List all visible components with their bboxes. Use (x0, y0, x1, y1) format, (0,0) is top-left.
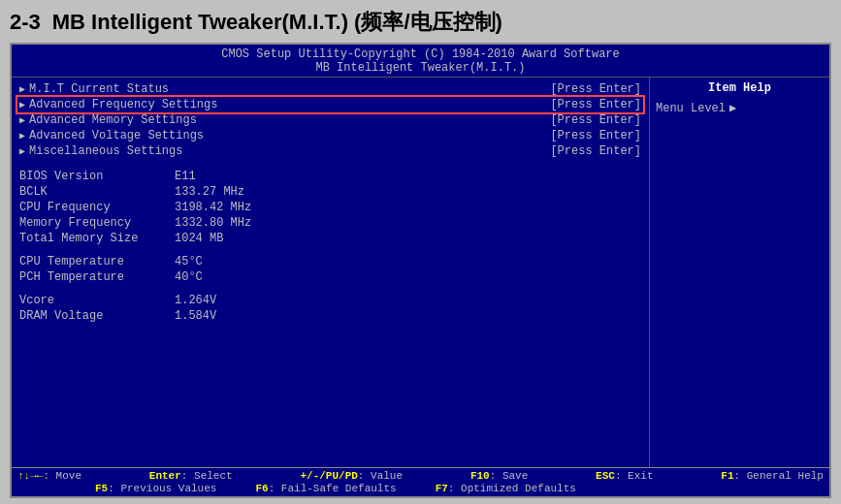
footer2-item-0: F5: Previous Values (95, 483, 216, 494)
info-group1-row-4: Total Memory Size 1024 MB (17, 231, 643, 246)
footer-key-2: +/-/PU/PD (300, 470, 357, 482)
menu-item-0[interactable]: ▶ M.I.T Current Status [Press Enter] (17, 81, 643, 97)
footer1-item-2: +/-/PU/PD: Value (300, 470, 403, 482)
footer-label-0: : Move (43, 470, 81, 482)
menu-item-value-4: [Press Enter] (550, 144, 641, 158)
footer2-label-1: : Fail-Safe Defaults (269, 483, 397, 494)
footer-key-0: ↑↓→← (17, 470, 43, 482)
info-group1-label-1: BCLK (19, 185, 175, 199)
info-group1-label-3: Memory Frequency (19, 216, 175, 230)
bios-sidebar: Item Help Menu Level ▶ (650, 78, 829, 467)
sidebar-content: Menu Level ▶ (656, 101, 824, 115)
sidebar-title: Item Help (656, 81, 824, 95)
menu-item-left-3: ▶ Advanced Voltage Settings (19, 129, 204, 142)
info-group1-label-4: Total Memory Size (19, 232, 175, 245)
footer-row-1: ↑↓→←: MoveEnter: Select+/-/PU/PD: ValueF… (17, 470, 824, 482)
info-group2-row-1: PCH Temperature 40°C (17, 269, 643, 285)
menu-level-arrow: ▶ (729, 101, 736, 115)
footer-label-5: : General Help (734, 470, 824, 482)
page-container: 2-3 MB Intelligent Tweaker(M.I.T.) (频率/电… (0, 0, 841, 504)
info-group3-value-0: 1.264V (175, 294, 641, 307)
info-group1-value-0: E11 (175, 170, 641, 183)
page-title-bar: 2-3 MB Intelligent Tweaker(M.I.T.) (频率/电… (10, 8, 831, 37)
info-group2-value-0: 45°C (175, 255, 641, 268)
bios-main: ▶ M.I.T Current Status [Press Enter] ▶ A… (12, 78, 650, 467)
footer2-key-1: F6 (255, 483, 268, 494)
info-group3-label-0: Vcore (19, 294, 175, 307)
footer2-key-2: F7 (436, 483, 448, 494)
footer-key-1: Enter (149, 470, 181, 482)
menu-item-3[interactable]: ▶ Advanced Voltage Settings [Press Enter… (17, 128, 643, 143)
info-group1-row-1: BCLK 133.27 MHz (17, 184, 643, 200)
menu-item-left-2: ▶ Advanced Memory Settings (19, 113, 197, 127)
menu-item-label-3: Advanced Voltage Settings (29, 129, 204, 142)
footer-label-2: : Value (358, 470, 403, 482)
footer1-item-5: F1: General Help (721, 470, 824, 482)
menu-item-left-1: ▶ Advanced Frequency Settings (19, 98, 217, 111)
info-group1-value-3: 1332.80 MHz (175, 216, 641, 230)
menu-item-label-1: Advanced Frequency Settings (29, 98, 217, 111)
menu-item-label-0: M.I.T Current Status (29, 82, 169, 96)
menu-item-label-2: Advanced Memory Settings (29, 113, 197, 127)
footer2-label-2: : Optimized Defaults (448, 483, 576, 494)
menu-item-arrow-3: ▶ (19, 130, 25, 142)
footer2-item-1: F6: Fail-Safe Defaults (255, 483, 396, 494)
info-group1-row-2: CPU Frequency 3198.42 MHz (17, 200, 643, 215)
footer-key-4: ESC (596, 470, 615, 482)
bios-screen: CMOS Setup Utility-Copyright (C) 1984-20… (10, 43, 831, 498)
info-group1-row-3: Memory Frequency 1332.80 MHz (17, 215, 643, 231)
info-group1-value-4: 1024 MB (175, 232, 641, 245)
footer1-item-4: ESC: Exit (596, 470, 653, 482)
info-group3-row-1: DRAM Voltage 1.584V (17, 308, 643, 324)
menu-item-arrow-0: ▶ (19, 83, 25, 95)
bios-header-line2: MB Intelligent Tweaker(M.I.T.) (12, 61, 829, 75)
menu-item-2[interactable]: ▶ Advanced Memory Settings [Press Enter] (17, 112, 643, 128)
footer2-key-0: F5 (95, 483, 108, 494)
footer2-label-0: : Previous Values (108, 483, 216, 494)
info-group1-value-2: 3198.42 MHz (175, 201, 641, 214)
footer-label-4: : Exit (615, 470, 654, 482)
info-group2: CPU Temperature 45°C PCH Temperature 40°… (17, 254, 643, 285)
footer-key-3: F10 (470, 470, 490, 482)
info-group3-row-0: Vcore 1.264V (17, 293, 643, 308)
menu-item-4[interactable]: ▶ Miscellaneous Settings [Press Enter] (17, 143, 643, 159)
menu-item-left-4: ▶ Miscellaneous Settings (19, 144, 182, 158)
menu-item-arrow-4: ▶ (19, 145, 25, 157)
menu-item-1[interactable]: ▶ Advanced Frequency Settings [Press Ent… (17, 97, 643, 112)
footer1-item-0: ↑↓→←: Move (17, 470, 81, 482)
info-group2-label-1: PCH Temperature (19, 270, 175, 284)
info-group2-label-0: CPU Temperature (19, 255, 175, 268)
bios-footer: ↑↓→←: MoveEnter: Select+/-/PU/PD: ValueF… (12, 467, 829, 496)
info-group1-row-0: BIOS Version E11 (17, 169, 643, 184)
info-section: BIOS Version E11 BCLK 133.27 MHz CPU Fre… (17, 169, 643, 324)
info-group1-label-0: BIOS Version (19, 170, 175, 183)
info-group3: Vcore 1.264V DRAM Voltage 1.584V (17, 293, 643, 324)
bios-body: ▶ M.I.T Current Status [Press Enter] ▶ A… (12, 78, 829, 467)
info-group1-value-1: 133.27 MHz (175, 185, 641, 199)
menu-item-value-0: [Press Enter] (550, 82, 641, 96)
menu-items-container: ▶ M.I.T Current Status [Press Enter] ▶ A… (17, 81, 643, 159)
section-gap-1 (17, 246, 643, 254)
footer-label-3: : Save (490, 470, 529, 482)
section-gap-2 (17, 285, 643, 293)
info-group1: BIOS Version E11 BCLK 133.27 MHz CPU Fre… (17, 169, 643, 246)
footer2-item-2: F7: Optimized Defaults (436, 483, 576, 494)
section-title: MB Intelligent Tweaker(M.I.T.) (频率/电压控制) (52, 8, 502, 37)
menu-item-value-2: [Press Enter] (550, 113, 641, 127)
info-group3-label-1: DRAM Voltage (19, 309, 175, 323)
footer-label-1: : Select (181, 470, 233, 482)
menu-item-value-1: [Press Enter] (550, 98, 641, 111)
footer-key-5: F1 (721, 470, 733, 482)
menu-item-arrow-2: ▶ (19, 114, 25, 126)
menu-item-arrow-1: ▶ (19, 99, 25, 110)
footer1-item-1: Enter: Select (149, 470, 233, 482)
menu-level-label: Menu Level (656, 102, 726, 115)
bios-header-line1: CMOS Setup Utility-Copyright (C) 1984-20… (12, 47, 829, 61)
info-group2-value-1: 40°C (175, 270, 641, 284)
menu-item-label-4: Miscellaneous Settings (29, 144, 182, 158)
bios-header: CMOS Setup Utility-Copyright (C) 1984-20… (12, 45, 829, 78)
info-group3-value-1: 1.584V (175, 309, 641, 323)
info-group2-row-0: CPU Temperature 45°C (17, 254, 643, 269)
menu-item-left-0: ▶ M.I.T Current Status (19, 82, 169, 96)
footer-row-2: F5: Previous ValuesF6: Fail-Safe Default… (17, 483, 824, 494)
